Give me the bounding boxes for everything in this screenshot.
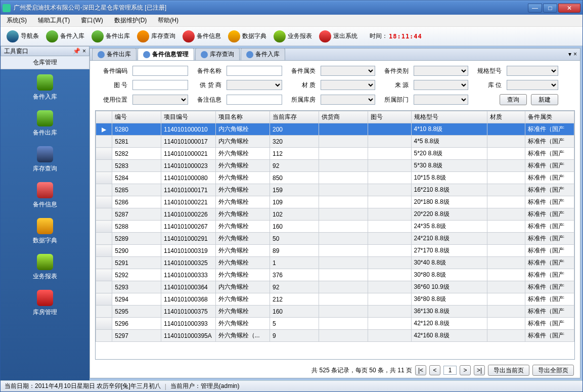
menu-系统(S)[interactable]: 系统(S) [5,15,29,26]
tabs-dropdown-icon[interactable]: ▾ [568,51,571,58]
col-项目名称[interactable]: 项目名称 [215,111,270,123]
table-row[interactable]: 52851140101000171外六角螺栓15916*210 8.8级标准件（… [96,184,574,196]
pin-icon[interactable]: 📌 [73,48,80,55]
statusbar: 当前日期：2011年4月10日星期日 农历辛卯[兔]年三月初八 | 当前用户：管… [1,380,582,391]
inp-remark[interactable] [227,95,282,105]
sel-supplier[interactable] [227,80,282,90]
query-button[interactable]: 查询 [500,94,527,105]
sidebar-item-备件出库[interactable]: 备件出库 [1,110,89,137]
sel-usepos[interactable] [132,95,188,105]
toolbar-数据字典[interactable]: 数据字典 [225,28,270,45]
menu-窗口(W)[interactable]: 窗口(W) [79,15,105,26]
maximize-button[interactable]: □ [543,4,557,13]
sidebar-item-库存查询[interactable]: 库存查询 [1,146,89,173]
inp-drawing[interactable] [132,80,188,90]
lbl-cat: 备件类别 [380,67,409,75]
menubar: 系统(S)辅助工具(T)窗口(W)数据维护(D)帮助(H) [1,15,582,27]
lbl-loc: 库 位 [473,81,502,90]
table-row[interactable]: 52871140101000226外六角螺栓10220*220 8.8级标准件（… [96,208,574,221]
col-规格型号[interactable]: 规格型号 [411,111,487,123]
col-selector [96,111,112,123]
pager-first[interactable]: |< [415,365,426,375]
sidebar-item-业务报表[interactable]: 业务报表 [1,254,89,281]
tab-备件信息管理[interactable]: 备件信息管理 [138,48,194,60]
sel-wh[interactable] [321,95,375,105]
tabs-close-icon[interactable]: × [573,51,577,58]
inp-code[interactable] [132,66,188,76]
table-row[interactable]: 52841140101000080外六角螺栓85010*15 8.8级标准件（国… [96,172,574,184]
tab-icon [143,51,150,58]
tab-库存查询[interactable]: 库存查询 [195,48,240,60]
sidebar: 工具窗口 📌 × 仓库管理 备件入库备件出库库存查询备件信息数据字典业务报表库房… [1,46,89,380]
col-材质[interactable]: 材质 [487,111,525,123]
toolbar-退出系统[interactable]: 退出系统 [316,28,361,45]
pager-next[interactable]: > [460,365,471,375]
table-row[interactable]: ▶52801140101000010内六角螺栓2004*10 8.8级标准件（国… [96,123,574,136]
ico-rpt-icon [274,30,286,42]
sico-wh-icon [37,290,53,306]
table-row[interactable]: 52821140101000021外六角螺栓1125*20 8.8级标准件（国产 [96,148,574,160]
table-row[interactable]: 52971140101000395A外六角螺栓（...942*160 8.8级标… [96,330,574,342]
menu-辅助工具(T)[interactable]: 辅助工具(T) [36,15,72,26]
export-current-button[interactable]: 导出当前页 [488,365,529,376]
titlebar[interactable]: 广州爱启迪技术有限公司-深田之星仓库管理系统 [已注册] — □ ✕ [1,1,582,15]
table-row[interactable]: 52811140101000017内六角螺栓3204*5 8.8级标准件（国产 [96,136,574,148]
pager-prev[interactable]: < [429,365,440,375]
data-grid[interactable]: 编号项目编号项目名称当前库存供货商图号规格型号材质备件属类▶5280114010… [95,110,575,360]
lbl-supplier: 供 货 商 [193,81,221,90]
menu-帮助(H)[interactable]: 帮助(H) [156,15,181,26]
toolwindow-close-icon[interactable]: × [82,48,86,55]
table-row[interactable]: 52921140101000333外六角螺栓37630*80 8.8级标准件（国… [96,269,574,281]
toolbar-库存查询[interactable]: 库存查询 [134,28,178,45]
table-row[interactable]: 52891140101000291外六角螺栓5024*210 8.8级标准件（国… [96,233,574,245]
ico-nav-icon [7,30,19,42]
sel-dept[interactable] [414,95,468,105]
table-row[interactable]: 52861140101000221外六角螺栓10920*180 8.8级标准件（… [96,196,574,208]
export-all-button[interactable]: 导出全部页 [532,365,574,376]
sel-source[interactable] [414,80,468,90]
menu-数据维护(D)[interactable]: 数据维护(D) [112,15,149,26]
sel-loc[interactable] [507,80,558,90]
table-row[interactable]: 52901140101000319外六角螺栓8927*170 8.8级标准件（国… [96,245,574,257]
col-图号[interactable]: 图号 [368,111,411,123]
toolbar-导航条[interactable]: 导航条 [4,28,42,45]
inp-name[interactable] [227,66,282,76]
tab-备件出库[interactable]: 备件出库 [92,48,137,60]
close-button[interactable]: ✕ [558,4,580,13]
tab-icon [201,51,208,58]
sel-cat[interactable] [414,66,468,76]
table-row[interactable]: 52911140101000325外六角螺栓130*40 8.8级标准件（国产 [96,257,574,269]
toolbar-备件出库[interactable]: 备件出库 [88,28,133,45]
col-当前库存[interactable]: 当前库存 [270,111,319,123]
lbl-usepos: 使用位置 [97,96,127,104]
sidebar-item-数据字典[interactable]: 数据字典 [1,218,89,245]
sico-in-icon [37,74,53,91]
pager-page-input[interactable] [443,366,457,375]
sidebar-item-库房管理[interactable]: 库房管理 [1,290,89,317]
sel-class[interactable] [321,66,375,76]
lbl-wh: 所属库房 [287,96,316,104]
sel-material[interactable] [321,80,375,90]
table-row[interactable]: 52951140101000375外六角螺栓16036*130 8.8级标准件（… [96,306,574,318]
tab-备件入库[interactable]: 备件入库 [241,48,285,60]
col-项目编号[interactable]: 项目编号 [161,111,216,123]
table-row[interactable]: 52961140101000393外六角螺栓542*120 8.8级标准件（国产 [96,318,574,330]
table-row[interactable]: 52931140101000364内六角螺栓9236*60 10.9级标准件（国… [96,281,574,293]
table-row[interactable]: 52831140101000023外六角螺栓925*30 8.8级标准件（国产 [96,160,574,172]
lbl-material: 材 质 [287,81,316,90]
sel-spec[interactable] [507,66,558,76]
toolbar-备件信息[interactable]: 备件信息 [180,28,224,45]
col-备件属类[interactable]: 备件属类 [525,111,574,123]
col-编号[interactable]: 编号 [112,111,161,123]
col-供货商[interactable]: 供货商 [319,111,368,123]
pager-last[interactable]: >| [474,365,485,375]
table-row[interactable]: 52941140101000368外六角螺栓21236*80 8.8级标准件（国… [96,293,574,306]
new-button[interactable]: 新建 [531,94,558,105]
toolbar-业务报表[interactable]: 业务报表 [271,28,315,45]
table-row[interactable]: 52881140101000267外六角螺栓16024*35 8.8级标准件（国… [96,221,574,233]
sidebar-item-备件信息[interactable]: 备件信息 [1,182,89,209]
sidebar-item-备件入库[interactable]: 备件入库 [1,74,89,101]
toolbar-备件入库[interactable]: 备件入库 [43,28,87,45]
minimize-button[interactable]: — [528,4,542,13]
pager-summary: 共 525 条记录，每页 50 条，共 11 页 [311,366,412,375]
